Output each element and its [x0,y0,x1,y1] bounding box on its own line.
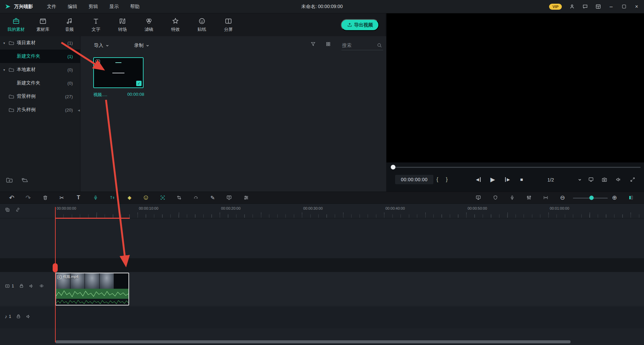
delete-button[interactable] [43,195,48,201]
split-scissors-button[interactable]: ✂ [59,195,64,201]
import-dropdown[interactable]: 导入 [94,41,109,50]
mirror-display-icon[interactable] [588,177,594,182]
sidebar-item-background-samples[interactable]: 背景样例 (27) [0,90,80,103]
sidebar-item-intro-samples[interactable]: 片头样例 (20) [0,103,80,117]
grid-view-icon[interactable] [326,42,331,47]
delete-folder-button[interactable] [21,178,28,183]
fullscreen-icon[interactable] [630,177,635,182]
preview-panel: 00:00:00:00 { } ◀ ▶ ▶ ■ 1/2 [386,13,644,192]
menu-help[interactable]: 帮助 [130,4,140,10]
voice-to-text-button[interactable] [93,195,98,201]
emoji-button[interactable] [143,195,149,200]
sidebar-collapse-icon[interactable]: ◂ [78,108,80,113]
tab-my-media[interactable]: 我的素材 [7,17,25,32]
timeline-drop-strip[interactable] [0,258,644,272]
export-video-button[interactable]: 导出视频 [341,19,379,31]
color-adjust-button[interactable] [244,195,249,200]
audio-mixer-button[interactable] [526,195,532,200]
expander-icon[interactable]: ▾ [3,41,5,45]
new-folder-button[interactable] [6,178,13,183]
close-button[interactable]: × [634,4,639,9]
tab-split-screen[interactable]: 分屏 [220,17,237,32]
menu-file[interactable]: 文件 [47,4,56,10]
filter-icon[interactable] [311,42,316,47]
media-item-thumbnail[interactable]: ▶ ✓ [93,57,144,88]
search-input[interactable]: 搜索 [341,41,383,50]
lock-icon[interactable] [19,283,24,288]
record-dropdown[interactable]: 录制 [134,41,149,50]
stop-button[interactable]: ■ [520,177,523,182]
eye-icon[interactable] [39,284,44,288]
tab-text[interactable]: 文字 [88,17,104,32]
video-viewport[interactable] [386,13,644,162]
sidebar-item-new-folder-project[interactable]: 新建文件夹 (1) [0,50,80,63]
timeline-view-icon[interactable] [629,195,634,200]
tab-transitions[interactable]: 转场 [114,17,131,32]
seek-bar[interactable] [392,167,641,168]
tab-effects[interactable]: 特效 [167,17,184,32]
undo-button[interactable]: ↶ [9,194,14,202]
menu-view[interactable]: 显示 [109,4,119,10]
play-button[interactable]: ▶ [490,176,495,183]
zoom-in-button[interactable]: ⊕ [612,194,617,201]
seek-handle[interactable] [391,165,395,169]
preview-quality-dropdown[interactable]: 1/2 [544,175,584,184]
playhead-line[interactable] [55,207,56,342]
motion-tracking-button[interactable] [160,195,165,200]
expander-icon[interactable]: ▾ [3,68,5,72]
workspace-layout-icon[interactable] [595,4,601,9]
next-frame-button[interactable]: ▶ [505,177,510,182]
clip-label: ▶ 视频.mp4 [57,274,78,279]
text-to-speech-button[interactable] [109,195,115,200]
minimize-button[interactable]: – [608,4,614,9]
keyframe-button[interactable]: ◆ [127,195,131,201]
ruler-label: 00:00:30:00 [303,206,323,210]
media-item-name[interactable]: 视频.… [93,92,108,98]
zoom-slider-handle[interactable] [589,196,594,200]
speed-button[interactable] [193,195,199,200]
link-icon[interactable] [15,207,20,212]
text-tool-button[interactable]: T [77,195,80,201]
tab-stickers[interactable]: 贴纸 [194,17,210,32]
playhead-marker[interactable] [53,263,58,272]
timeline-video-clip[interactable]: ▶ 视频.mp4 [55,273,129,305]
copy-icon[interactable] [5,207,10,212]
snapshot-icon[interactable] [601,177,607,182]
tab-filters[interactable]: 滤镜 [141,17,157,32]
annotate-button[interactable]: ✎ [210,195,215,201]
media-item-duration: 00:00:08 [127,92,144,98]
render-preview-button[interactable] [476,195,481,200]
sidebar-item-local-media[interactable]: ▾ 本地素材 (0) [0,63,80,76]
vip-badge[interactable]: VIP [549,4,562,10]
account-icon[interactable] [569,4,575,9]
feedback-icon[interactable] [582,4,588,9]
shield-icon[interactable] [493,195,498,200]
tab-stock-media[interactable]: 素材库 [35,17,51,32]
mic-button[interactable] [510,195,515,201]
audio-track[interactable] [0,307,644,328]
lock-icon[interactable] [16,314,21,319]
subtitle-button[interactable] [226,195,232,200]
crop-button[interactable] [177,195,182,200]
zoom-out-button[interactable]: ⊖ [560,194,565,201]
sidebar-item-new-folder-local[interactable]: 新建文件夹 (0) [0,76,80,90]
search-icon[interactable] [377,43,382,48]
music-note-icon[interactable]: ♪ [5,314,7,319]
timeline-panel: 00:00:00:00 00:00:10:00 00:00:20:00 00:0… [0,204,644,345]
volume-icon[interactable] [615,177,621,182]
mark-in-button[interactable]: { [436,177,438,183]
tab-audio[interactable]: 音频 [61,17,78,32]
fit-timeline-button[interactable] [543,195,549,200]
menu-clip[interactable]: 剪辑 [89,4,98,10]
speaker-icon[interactable] [29,284,34,288]
previous-frame-button[interactable]: ◀ [476,177,481,182]
menu-edit[interactable]: 编辑 [68,4,77,10]
timeline-header-tools [5,207,20,212]
maximize-button[interactable] [621,4,627,9]
video-track-icon[interactable] [5,284,10,288]
sidebar-item-project-media[interactable]: ▾ 项目素材 (1) [0,36,80,50]
speaker-icon[interactable] [26,314,31,319]
mark-out-button[interactable]: } [446,177,447,183]
redo-button[interactable]: ↷ [25,194,31,202]
timeline-scrollbar[interactable] [55,340,571,343]
